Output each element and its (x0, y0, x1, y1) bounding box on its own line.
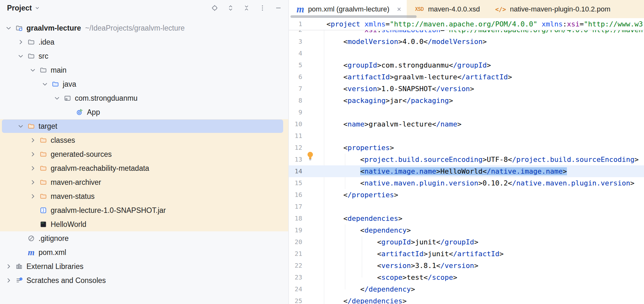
tree-item-label: classes (51, 136, 75, 145)
code-editor[interactable]: 2 xsi:schemaLocation="http://maven.apach… (289, 18, 644, 304)
tree-item-label: graalvm-reachability-metadata (51, 164, 149, 173)
code-text: <version>3.8.1</version> (326, 260, 478, 271)
code-line-15[interactable]: 15 <native.maven.plugin.version>0.10.2</… (289, 177, 644, 189)
tree-item-maven-archiver[interactable]: maven-archiver (0, 175, 288, 189)
code-line-25[interactable]: 25 </dependencies> (289, 295, 644, 304)
tree-item-app[interactable]: App (0, 105, 288, 119)
tree-item-helloworld[interactable]: HelloWorld (0, 217, 288, 231)
chevron-right-icon[interactable] (29, 193, 39, 200)
tree-item-java[interactable]: java (0, 77, 288, 91)
app-class-icon (76, 108, 83, 116)
chevron-down-icon[interactable] (54, 95, 63, 102)
code-line-14[interactable]: 14 <native.image.name>HelloWorld</native… (289, 165, 644, 177)
tree-item-label: java (63, 80, 76, 89)
line-number: 1 (289, 18, 302, 30)
tree-item-target[interactable]: target (0, 119, 288, 133)
code-line-22[interactable]: 22 <version>3.8.1</version> (289, 260, 644, 271)
editor-tab-native-maven-plugin-0-10-2-pom[interactable]: </>native-maven-plugin-0.10.2.pom (488, 0, 618, 18)
tree-item-pom-xml[interactable]: mpom.xml (0, 245, 288, 259)
tree-item-com-strongduanmu[interactable]: com.strongduanmu (0, 91, 288, 105)
tree-item-label: src (39, 52, 48, 61)
tab-scrollbar-thumb[interactable] (290, 15, 417, 18)
tree-item-maven-status[interactable]: maven-status (0, 189, 288, 203)
code-line-18[interactable]: 18 <dependencies> (289, 213, 644, 224)
code-line-24[interactable]: 24 </dependency> (289, 283, 644, 295)
more-options-icon[interactable] (259, 4, 266, 11)
project-panel-title-dropdown[interactable]: Project (7, 4, 40, 12)
hide-panel-icon[interactable] (275, 4, 282, 11)
code-line-8[interactable]: 8 <packaging>jar</packaging> (289, 95, 644, 106)
chevron-right-icon[interactable] (29, 151, 39, 158)
editor-tab-maven-4-0-0-xsd[interactable]: XSDmaven-4.0.0.xsd (407, 0, 488, 18)
tree-item-graalvm-lecture[interactable]: graalvm-lecture~/IdeaProjects/graalvm-le… (0, 21, 288, 35)
tree-item-label: .idea (39, 38, 54, 47)
code-line-7[interactable]: 7 <version>1.0-SNAPSHOT</version> (289, 83, 644, 95)
tab-label: native-maven-plugin-0.10.2.pom (510, 5, 611, 13)
chevron-right-icon[interactable] (17, 39, 27, 46)
code-line-11[interactable]: 11 (289, 130, 644, 142)
tree-item-label: App (87, 108, 100, 117)
chevron-down-icon[interactable] (41, 81, 51, 88)
chevron-right-icon[interactable] (29, 179, 39, 186)
code-text: <modelVersion>4.0.0</modelVersion> (326, 36, 487, 47)
code-text: <native.image.name>HelloWorld</native.im… (326, 165, 567, 177)
line-number: 5 (289, 59, 302, 71)
tree-item-generated-sources[interactable]: generated-sources (0, 147, 288, 161)
close-tab-icon[interactable] (396, 6, 402, 12)
expand-all-icon[interactable] (227, 4, 234, 11)
chevron-down-icon[interactable] (29, 67, 39, 74)
intention-bulb-icon[interactable] (306, 151, 314, 162)
chevron-down-icon[interactable] (17, 53, 27, 60)
code-line-20[interactable]: 20 <groupId>junit</groupId> (289, 236, 644, 248)
line-number: 15 (289, 177, 302, 189)
locate-file-icon[interactable] (211, 4, 218, 11)
code-text: <dependencies> (326, 213, 402, 224)
code-line-6[interactable]: 6 <artifactId>graalvm-lecture</artifactI… (289, 71, 644, 83)
tree-item-graalvm-lecture-1-0-snapshot-jar[interactable]: graalvm-lecture-1.0-SNAPSHOT.jar (0, 203, 288, 217)
chevron-right-icon[interactable] (5, 263, 15, 270)
code-line-23[interactable]: 23 <scope>test</scope> (289, 271, 644, 283)
chevron-down-icon[interactable] (17, 123, 27, 130)
chevron-spacer (66, 109, 75, 116)
code-line-9[interactable]: 9 (289, 106, 644, 118)
collapse-all-icon[interactable] (243, 4, 250, 11)
code-text: </dependencies> (326, 295, 407, 304)
tree-item-main[interactable]: main (0, 63, 288, 77)
chevron-right-icon[interactable] (5, 277, 15, 284)
code-line-19[interactable]: 19 <dependency> (289, 224, 644, 236)
line-number: 3 (289, 36, 302, 47)
code-text: <version>1.0-SNAPSHOT</version> (326, 83, 474, 95)
tree-item-label: maven-archiver (51, 178, 101, 187)
chevron-down-icon[interactable] (5, 25, 15, 32)
chevron-right-icon[interactable] (29, 165, 39, 172)
code-line-16[interactable]: 16 </properties> (289, 189, 644, 201)
tree-item-label: maven-status (51, 192, 95, 201)
tree-item-classes[interactable]: classes (0, 133, 288, 147)
code-line-12[interactable]: 12 <properties> (289, 142, 644, 154)
tree-item--gitignore[interactable]: .gitignore (0, 231, 288, 245)
chevron-right-icon[interactable] (29, 137, 39, 144)
code-line-17[interactable]: 17 (289, 201, 644, 213)
folder-icon (27, 52, 35, 60)
line-number: 11 (289, 130, 302, 142)
line-number: 21 (289, 248, 302, 260)
tree-item-external-libraries[interactable]: External Libraries (0, 259, 288, 273)
binary-icon (39, 221, 47, 228)
code-line-3[interactable]: 3 <modelVersion>4.0.0</modelVersion> (289, 36, 644, 47)
tree-item-label: generated-sources (51, 150, 112, 159)
code-line-21[interactable]: 21 <artifactId>junit</artifactId> (289, 248, 644, 260)
code-line-4[interactable]: 4 (289, 47, 644, 59)
tree-item-scratches-and-consoles[interactable]: Scratches and Consoles (0, 273, 288, 287)
editor-area: mpom.xml (graalvm-lecture)XSDmaven-4.0.0… (289, 0, 644, 304)
code-line-5[interactable]: 5 <groupId>com.strongduanmu</groupId> (289, 59, 644, 71)
text-selection: <native.image.name>HelloWorld</native.im… (360, 167, 567, 175)
code-line-1[interactable]: 1<project xmlns="http://maven.apache.org… (289, 18, 644, 30)
tree-item--idea[interactable]: .idea (0, 35, 288, 49)
tree-item-src[interactable]: src (0, 49, 288, 63)
code-line-13[interactable]: 13 <project.build.sourceEncoding>UTF-8</… (289, 154, 644, 165)
code-text: <groupId>com.strongduanmu</groupId> (326, 59, 491, 71)
tree-item-graalvm-reachability-metadata[interactable]: graalvm-reachability-metadata (0, 161, 288, 175)
code-line-10[interactable]: 10 <name>graalvm-lecture</name> (289, 118, 644, 130)
xsd-file-icon: XSD (415, 6, 424, 12)
line-number: 13 (289, 154, 302, 165)
